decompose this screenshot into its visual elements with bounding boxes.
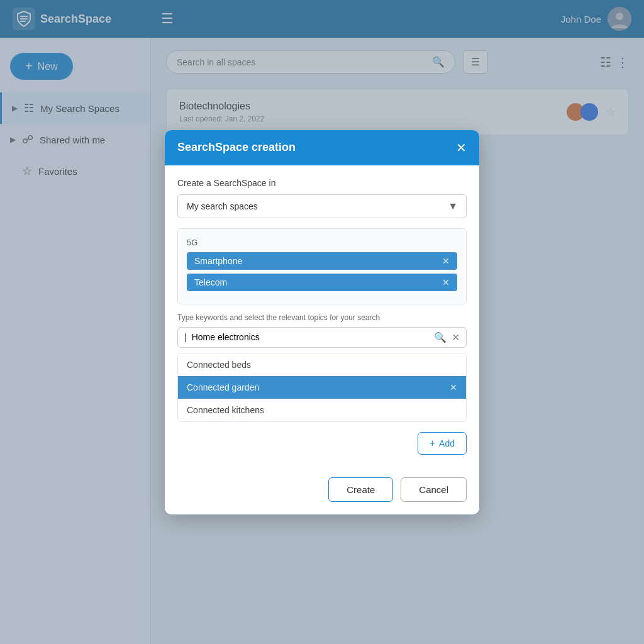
keyword-clear-icon[interactable]: ✕: [452, 331, 460, 343]
tag-chip-telecom[interactable]: Telecom ✕: [187, 274, 457, 291]
keyword-hint: Type keywords and select the relevant to…: [177, 313, 467, 322]
add-button-label: Add: [439, 438, 455, 448]
dropdown-label-connected-kitchens: Connected kitchens: [187, 405, 264, 415]
add-button[interactable]: + Add: [418, 432, 467, 455]
tag-chip-smartphone[interactable]: Smartphone ✕: [187, 252, 457, 270]
dropdown-label-connected-garden: Connected garden: [187, 382, 259, 392]
dropdown-item-connected-beds[interactable]: Connected beds: [178, 353, 466, 376]
modal-title: SearchSpace creation: [177, 141, 296, 154]
modal-overlay: SearchSpace creation ✕ Create a SearchSp…: [0, 0, 644, 644]
space-select[interactable]: My search spaces: [177, 194, 467, 218]
keyword-input-wrap: | 🔍 ✕: [177, 327, 467, 348]
dropdown-selected-icon: ✕: [450, 382, 457, 392]
modal-body: Create a SearchSpace in My search spaces…: [165, 165, 479, 477]
dropdown-list: Connected beds Connected garden ✕ Connec…: [177, 353, 467, 422]
add-icon: +: [430, 438, 435, 449]
modal-close-button[interactable]: ✕: [456, 140, 467, 155]
space-select-wrapper: My search spaces ▼: [177, 194, 467, 218]
keyword-input[interactable]: [192, 332, 429, 342]
modal: SearchSpace creation ✕ Create a SearchSp…: [165, 130, 479, 514]
dropdown-label-connected-beds: Connected beds: [187, 360, 251, 370]
dropdown-item-connected-kitchens[interactable]: Connected kitchens: [178, 399, 466, 421]
tag-remove-telecom[interactable]: ✕: [442, 277, 450, 287]
cursor-indicator: |: [184, 332, 187, 342]
create-in-label: Create a SearchSpace in: [177, 178, 467, 188]
tag-label-telecom: Telecom: [194, 277, 227, 287]
keyword-search-icon: 🔍: [434, 331, 447, 343]
tags-area: 5G Smartphone ✕ Telecom ✕: [177, 228, 467, 304]
modal-footer: Create Cancel: [165, 477, 479, 514]
tag-remove-smartphone[interactable]: ✕: [442, 256, 450, 266]
cancel-button[interactable]: Cancel: [401, 477, 467, 502]
tag-group-label: 5G: [187, 238, 457, 247]
create-button[interactable]: Create: [328, 477, 393, 502]
tag-label-smartphone: Smartphone: [194, 256, 242, 266]
modal-header: SearchSpace creation ✕: [165, 130, 479, 165]
dropdown-item-connected-garden[interactable]: Connected garden ✕: [178, 376, 466, 399]
